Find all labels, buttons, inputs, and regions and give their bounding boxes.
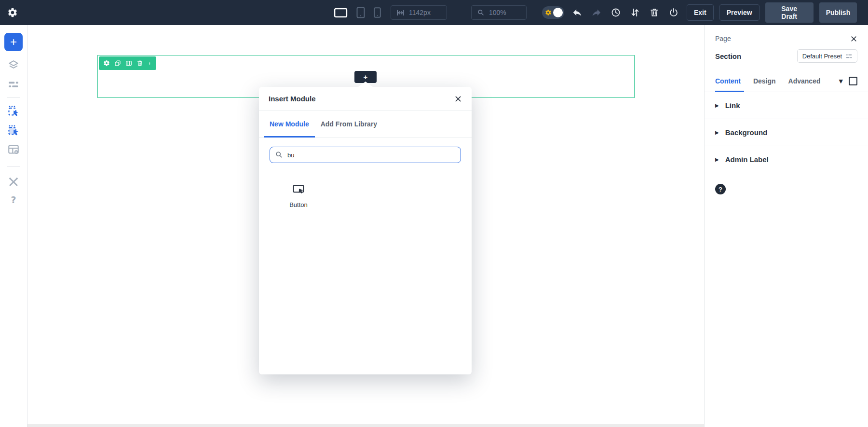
module-search (270, 147, 461, 163)
preview-button[interactable]: Preview (719, 4, 760, 21)
tab-content[interactable]: Content (715, 77, 741, 85)
module-search-input[interactable] (270, 147, 461, 163)
layers-icon[interactable] (7, 59, 20, 71)
canvas-bottom-edge (27, 424, 732, 427)
accordion-link[interactable]: ▶ Link (705, 92, 868, 119)
modal-header: Insert Module (259, 87, 472, 111)
sidebar-divider (7, 166, 20, 167)
accordion-label: Admin Label (725, 155, 769, 164)
interaction-mode-toggle[interactable] (542, 6, 564, 19)
default-preset-button[interactable]: Default Preset (797, 49, 857, 63)
tab-add-from-library[interactable]: Add From Library (315, 111, 383, 137)
top-toolbar: 1142px 100% (0, 0, 868, 25)
select-mode-icon[interactable] (7, 105, 20, 117)
sidebar-help-icon[interactable]: ? (8, 194, 19, 206)
wireframe-view-icon[interactable] (7, 78, 20, 91)
active-tab-underline (715, 91, 744, 92)
module-item-label: Button (289, 201, 308, 208)
device-switcher (334, 0, 381, 25)
desktop-view-icon[interactable] (334, 8, 348, 18)
section-toolbar (99, 56, 156, 70)
accordion-admin-label[interactable]: ▶ Admin Label (705, 146, 868, 173)
page-settings-panel: Page Section Default Preset Content Desi… (704, 25, 868, 427)
chevron-right-icon: ▶ (715, 157, 719, 162)
tab-advanced[interactable]: Advanced (788, 77, 821, 85)
panel-help-icon[interactable]: ? (715, 184, 726, 194)
modal-tabs: New Module Add From Library (259, 111, 472, 138)
panel-close-icon[interactable] (850, 35, 857, 42)
toggle-knob (553, 8, 563, 17)
page-canvas: + Insert Module New Module Add From Libr… (27, 25, 704, 427)
responsive-desktop-icon[interactable] (849, 77, 857, 85)
element-row: Section Default Preset (705, 45, 868, 70)
phone-view-icon[interactable] (374, 7, 381, 18)
section-settings-gear-icon[interactable] (103, 60, 110, 67)
preset-icon (846, 53, 852, 59)
preset-button-label: Default Preset (802, 53, 842, 60)
accordion-label: Link (725, 101, 740, 110)
canvas-zoom-value: 100% (489, 9, 506, 16)
panel-header: Page (705, 25, 868, 45)
insert-module-modal: Insert Module New Module Add From Librar… (259, 87, 472, 374)
redo-icon[interactable] (589, 5, 604, 20)
chevron-right-icon: ▶ (715, 130, 719, 135)
undo-icon[interactable] (570, 5, 584, 20)
tab-design[interactable]: Design (753, 77, 776, 85)
tools-icon[interactable] (7, 176, 20, 188)
sidebar-divider (7, 97, 20, 98)
save-draft-button[interactable]: Save Draft (765, 2, 814, 23)
builder-settings-gear-icon[interactable] (7, 7, 18, 18)
delete-section-trash-icon[interactable] (136, 60, 143, 67)
chevron-right-icon: ▶ (715, 103, 719, 108)
module-item-button[interactable]: Button (274, 182, 323, 209)
page-settings-power-icon[interactable] (666, 5, 681, 20)
zoom-magnifier-icon (477, 9, 485, 16)
multiselect-mode-icon[interactable] (7, 124, 20, 137)
portability-icon[interactable] (628, 5, 642, 20)
accordion-background[interactable]: ▶ Background (705, 119, 868, 146)
tab-new-module[interactable]: New Module (264, 111, 315, 137)
toggle-gear-icon (545, 9, 552, 16)
canvas-width-value: 1142px (409, 9, 431, 16)
module-results: Button (259, 163, 472, 209)
duplicate-section-icon[interactable] (114, 60, 121, 67)
width-arrows-icon (396, 9, 405, 17)
editing-history-icon[interactable] (609, 5, 623, 20)
section-more-options-icon[interactable] (148, 60, 152, 67)
publish-button[interactable]: Publish (819, 2, 857, 23)
left-sidebar: + ? (0, 25, 27, 427)
tabs-extra-controls: ▼ (839, 77, 857, 85)
canvas-width-input[interactable]: 1142px (391, 5, 447, 20)
panel-title: Page (715, 35, 731, 42)
element-type-label: Section (715, 52, 741, 60)
modal-close-icon[interactable] (454, 95, 462, 103)
add-element-button[interactable]: + (4, 33, 23, 51)
button-module-icon (292, 183, 305, 196)
modal-title: Insert Module (269, 95, 316, 103)
clear-layout-trash-icon[interactable] (647, 5, 662, 20)
settings-tabs: Content Design Advanced ▼ (705, 70, 868, 92)
columns-icon[interactable] (125, 60, 132, 67)
history-controls (570, 0, 686, 25)
topbar-actions: Exit Preview Save Draft Publish (687, 0, 857, 25)
exit-button[interactable]: Exit (687, 4, 714, 21)
layout-library-icon[interactable] (7, 143, 20, 156)
tablet-view-icon[interactable] (356, 7, 365, 18)
accordion-label: Background (725, 128, 768, 137)
divi-builder: 1142px 100% (0, 0, 868, 427)
canvas-zoom-input[interactable]: 100% (471, 5, 527, 20)
tabs-dropdown-caret-icon[interactable]: ▼ (839, 78, 843, 84)
